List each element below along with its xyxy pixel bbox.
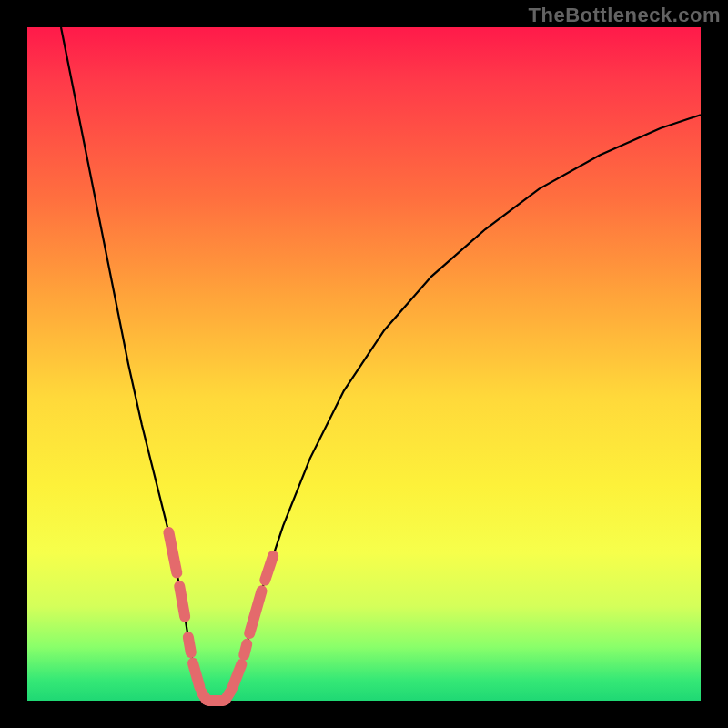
- data-marker: [193, 663, 199, 687]
- chart-svg: [27, 27, 701, 701]
- data-marker: [233, 664, 242, 687]
- data-marker: [265, 556, 273, 581]
- data-marker: [226, 692, 231, 700]
- chart-frame: TheBottleneck.com: [0, 0, 728, 728]
- data-marker: [249, 591, 261, 633]
- data-marker: [179, 586, 185, 616]
- data-marker: [168, 532, 177, 572]
- watermark-text: TheBottleneck.com: [529, 4, 721, 27]
- data-marker: [244, 644, 247, 655]
- data-marker: [188, 637, 191, 652]
- curve-right-branch: [225, 115, 701, 701]
- marker-group: [168, 532, 273, 701]
